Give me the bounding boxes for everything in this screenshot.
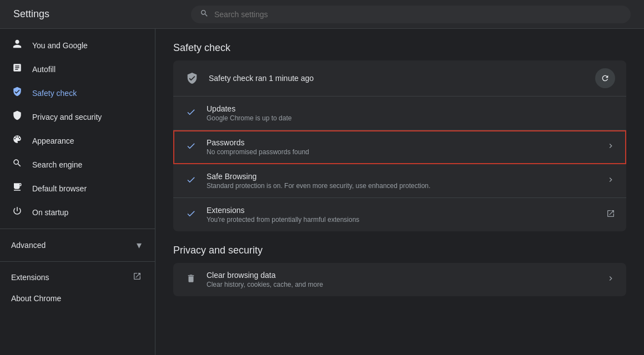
sidebar-item-you-and-google[interactable]: You and Google bbox=[0, 33, 150, 57]
sidebar-label-on-startup: On startup bbox=[32, 208, 68, 217]
privacy-icon bbox=[11, 110, 23, 123]
passwords-subtitle: No compromised passwords found bbox=[207, 148, 597, 156]
sidebar-item-about-chrome[interactable]: About Chrome bbox=[0, 288, 150, 308]
last-run-title: Safety check ran 1 minute ago bbox=[209, 74, 586, 83]
sidebar-label-search-engine: Search engine bbox=[32, 160, 82, 169]
extensions-external-icon bbox=[606, 209, 615, 220]
sidebar-item-search-engine[interactable]: Search engine bbox=[0, 153, 150, 176]
safe-browsing-chevron-icon bbox=[606, 175, 615, 186]
default-browser-icon bbox=[11, 182, 23, 195]
main-content: Safety check Safety check ran 1 minute a… bbox=[155, 29, 644, 355]
safety-check-last-run-row[interactable]: Safety check ran 1 minute ago bbox=[173, 60, 626, 97]
sidebar-label-appearance: Appearance bbox=[32, 136, 74, 145]
clear-browsing-data-row[interactable]: Clear browsing data Clear history, cooki… bbox=[173, 263, 626, 296]
sidebar-item-default-browser[interactable]: Default browser bbox=[0, 176, 150, 200]
clear-browsing-title: Clear browsing data bbox=[207, 271, 597, 280]
extensions-title: Extensions bbox=[207, 206, 597, 215]
clear-browsing-subtitle: Clear history, cookies, cache, and more bbox=[207, 281, 597, 288]
privacy-security-title: Privacy and security bbox=[173, 245, 626, 256]
privacy-security-card-group: Clear browsing data Clear history, cooki… bbox=[173, 263, 626, 296]
sidebar-item-appearance[interactable]: Appearance bbox=[0, 129, 150, 153]
safe-browsing-check-icon bbox=[184, 175, 198, 187]
extensions-subtitle: You're protected from potentially harmfu… bbox=[207, 216, 597, 224]
sidebar: You and Google Autofill Safety check Pri… bbox=[0, 29, 155, 355]
safe-browsing-title: Safe Browsing bbox=[207, 172, 597, 181]
sidebar-item-privacy-security[interactable]: Privacy and security bbox=[0, 105, 150, 129]
appearance-icon bbox=[11, 134, 23, 147]
sidebar-divider bbox=[0, 229, 155, 229]
search-input[interactable] bbox=[214, 10, 622, 19]
sidebar-label-about-chrome: About Chrome bbox=[11, 294, 61, 303]
sidebar-item-advanced[interactable]: Advanced ▾ bbox=[0, 234, 150, 257]
external-link-icon bbox=[133, 272, 142, 283]
main-layout: You and Google Autofill Safety check Pri… bbox=[0, 29, 644, 355]
shield-check-icon bbox=[184, 70, 200, 86]
updates-subtitle: Google Chrome is up to date bbox=[207, 114, 615, 122]
extensions-check-icon bbox=[184, 209, 198, 221]
safe-browsing-row[interactable]: Safe Browsing Standard protection is on.… bbox=[173, 164, 626, 198]
sidebar-label-extensions: Extensions bbox=[11, 273, 49, 282]
topbar: Settings bbox=[0, 0, 644, 29]
person-icon bbox=[11, 39, 23, 52]
updates-title: Updates bbox=[207, 104, 615, 113]
passwords-row[interactable]: Passwords No compromised passwords found bbox=[173, 130, 626, 164]
refresh-button[interactable] bbox=[595, 68, 615, 88]
sidebar-label-advanced: Advanced bbox=[11, 241, 46, 250]
sidebar-item-on-startup[interactable]: On startup bbox=[0, 200, 150, 224]
search-engine-icon bbox=[11, 158, 23, 171]
sidebar-label-privacy-security: Privacy and security bbox=[32, 113, 102, 121]
trash-icon bbox=[184, 273, 198, 286]
autofill-icon bbox=[11, 63, 23, 75]
sidebar-label-autofill: Autofill bbox=[32, 65, 56, 74]
sidebar-label-you-and-google: You and Google bbox=[32, 41, 88, 50]
updates-row[interactable]: Updates Google Chrome is up to date bbox=[173, 97, 626, 130]
search-icon bbox=[200, 9, 209, 20]
chevron-down-icon: ▾ bbox=[137, 239, 142, 251]
sidebar-label-default-browser: Default browser bbox=[32, 184, 87, 193]
search-bar bbox=[191, 6, 631, 23]
passwords-title: Passwords bbox=[207, 138, 597, 147]
sidebar-label-safety-check: Safety check bbox=[32, 89, 77, 98]
sidebar-divider-2 bbox=[0, 261, 155, 262]
sidebar-item-safety-check[interactable]: Safety check bbox=[0, 81, 150, 105]
clear-browsing-chevron-icon bbox=[606, 274, 615, 285]
on-startup-icon bbox=[11, 206, 23, 219]
app-title: Settings bbox=[13, 8, 191, 20]
safe-browsing-subtitle: Standard protection is on. For even more… bbox=[207, 182, 597, 190]
sidebar-item-autofill[interactable]: Autofill bbox=[0, 57, 150, 81]
sidebar-item-extensions[interactable]: Extensions bbox=[0, 266, 150, 288]
safety-check-icon bbox=[11, 87, 23, 99]
passwords-check-icon bbox=[184, 141, 198, 154]
updates-check-icon bbox=[184, 107, 198, 120]
safety-check-title: Safety check bbox=[173, 42, 626, 54]
passwords-chevron-icon bbox=[606, 141, 615, 153]
extensions-row[interactable]: Extensions You're protected from potenti… bbox=[173, 198, 626, 231]
safety-check-card-group: Safety check ran 1 minute ago Updates Go… bbox=[173, 60, 626, 231]
